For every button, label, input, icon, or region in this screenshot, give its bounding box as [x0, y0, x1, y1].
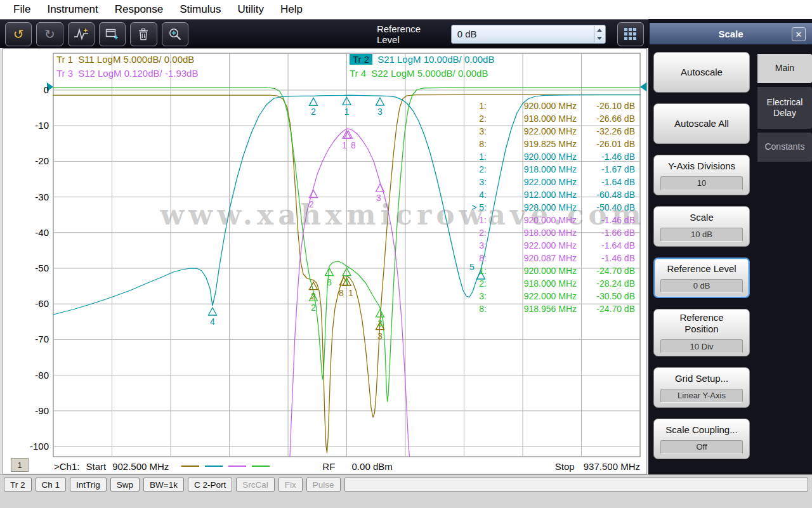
status-srccal: SrcCal: [236, 478, 275, 492]
y-axis-label: -40: [16, 227, 49, 238]
marker-readout: 1920.000 MHz-26.10 dB 2918.000 MHz-26.66…: [461, 100, 635, 315]
marker-label: 8: [327, 277, 332, 287]
marker-label: 1: [344, 107, 350, 117]
chart-footer: >Ch1: Start 902.500 MHz RF 0.00 dBm Stop…: [54, 460, 640, 472]
delete-button[interactable]: [130, 22, 157, 46]
add-channel-icon: [105, 28, 119, 41]
button-label: Y-Axis Divisions: [668, 160, 735, 172]
spinner-down-icon[interactable]: [594, 34, 605, 42]
legend-dash-tr1: [181, 466, 199, 467]
y-axis-label: -50: [16, 263, 49, 273]
rf-value[interactable]: 0.00 dBm: [352, 461, 393, 472]
reference-level-input[interactable]: 0 dB: [451, 25, 606, 44]
undo-icon: ↺: [13, 28, 24, 41]
button-value: 0 dB: [660, 279, 743, 293]
status-active-trace[interactable]: Tr 2: [4, 478, 32, 492]
trace-desc-tr1: S11 LogM 5.000dB/ 0.00dB: [78, 54, 194, 65]
y-axis-label: -90: [16, 405, 49, 416]
keypad-icon: [624, 28, 636, 40]
trace-color-legend: [181, 466, 275, 467]
status-sweep[interactable]: Swp: [110, 478, 140, 492]
marker-label: 8: [339, 288, 344, 298]
marker-label: 1: [348, 288, 353, 298]
status-trigger[interactable]: IntTrig: [70, 478, 107, 492]
rf-power-group: RF 0.00 dBm: [322, 461, 392, 472]
legend-dash-tr3: [228, 466, 246, 467]
reference-position-button[interactable]: Reference Position 10 Div: [653, 309, 750, 356]
trace-label-tr4[interactable]: Tr 4S22 LogM 5.000dB/ 0.00dB: [350, 68, 488, 79]
autoscale-button[interactable]: Autoscale: [653, 52, 750, 93]
waveform-add-icon: [74, 28, 89, 41]
add-channel-button[interactable]: [99, 22, 126, 46]
start-value[interactable]: 902.500 MHz: [112, 461, 169, 472]
button-label: Autoscale All: [674, 118, 729, 129]
redo-icon: ↻: [44, 28, 55, 41]
keypad-button[interactable]: [617, 22, 644, 46]
y-axis-label: -70: [16, 334, 49, 344]
menu-help[interactable]: Help: [272, 1, 311, 18]
trace-id-tr1: Tr 1: [56, 54, 73, 65]
button-value: 10: [660, 176, 743, 190]
button-label: Grid Setup...: [675, 373, 728, 384]
marker-label: 3: [377, 107, 383, 117]
tab-label: Constants: [764, 141, 804, 153]
trace-desc-tr3: S12 LogM 0.120dB/ -1.93dB: [78, 68, 198, 79]
spinner-up-icon[interactable]: [594, 26, 605, 34]
button-label: Scale Coupling...: [665, 424, 737, 436]
ref-position-arrow-right: [640, 82, 646, 91]
menu-instrument[interactable]: Instrument: [39, 1, 106, 18]
tab-main[interactable]: Main: [757, 54, 812, 83]
button-value: 10 dB: [660, 228, 743, 242]
scale-coupling-button[interactable]: Scale Coupling... Off: [653, 419, 750, 459]
channel-number-box[interactable]: 1: [11, 458, 29, 472]
menu-response[interactable]: Response: [107, 1, 172, 18]
trace-label-tr1[interactable]: Tr 1S11 LogM 5.000dB/ 0.00dB: [56, 54, 194, 65]
button-label: Reference Level: [667, 263, 736, 275]
menu-utility[interactable]: Utility: [229, 1, 272, 18]
scale-button[interactable]: Scale 10 dB: [653, 206, 750, 247]
menu-stimulus[interactable]: Stimulus: [171, 1, 229, 18]
close-icon: ✕: [796, 30, 802, 39]
button-value: 10 Div: [660, 339, 743, 353]
status-bandwidth[interactable]: BW=1k: [143, 478, 184, 492]
y-axis-label: -10: [16, 120, 49, 131]
status-message-area: [344, 478, 808, 492]
marker-label: 1: [342, 140, 347, 150]
reference-level-button[interactable]: Reference Level 0 dB: [653, 257, 750, 298]
trace-label-tr2[interactable]: Tr 2S21 LogM 10.00dB/ 0.00dB: [350, 54, 494, 65]
status-calibration[interactable]: C 2-Port: [188, 478, 232, 492]
measurement-panel: Tr 1S11 LogM 5.000dB/ 0.00dB Tr 2S21 Log…: [3, 48, 647, 474]
trace-desc-tr4: S22 LogM 5.000dB/ 0.00dB: [371, 68, 488, 79]
marker-label: 3: [377, 331, 383, 341]
close-button[interactable]: ✕: [792, 27, 806, 41]
y-axis-label: -60: [16, 298, 49, 309]
grid-setup-button[interactable]: Grid Setup... Linear Y-Axis: [653, 367, 750, 408]
status-active-channel[interactable]: Ch 1: [36, 478, 67, 492]
add-trace-button[interactable]: [68, 22, 95, 46]
status-bar: Tr 2 Ch 1 IntTrig Swp BW=1k C 2-Port Src…: [0, 474, 812, 508]
y-axis-label: -80: [16, 370, 49, 381]
stop-group: Stop 937.500 MHz: [555, 461, 640, 472]
reference-level-spinner: [594, 26, 605, 42]
trace-id-tr2: Tr 2: [350, 54, 372, 65]
redo-button[interactable]: ↻: [36, 22, 63, 46]
marker-label: 2: [311, 107, 316, 117]
zoom-in-icon: [168, 27, 182, 41]
y-axis-label: 0: [16, 84, 49, 95]
menu-file[interactable]: File: [5, 1, 39, 18]
reference-level-value[interactable]: 0 dB: [452, 29, 594, 39]
trace-label-tr3[interactable]: Tr 3S12 LogM 0.120dB/ -1.93dB: [56, 68, 198, 79]
button-label: Scale: [690, 212, 714, 223]
tab-constants[interactable]: Constants: [757, 133, 812, 162]
legend-dash-tr4: [252, 466, 270, 467]
tab-label: Electrical Delay: [763, 97, 807, 119]
stop-value[interactable]: 937.500 MHz: [584, 461, 640, 472]
zoom-button[interactable]: [162, 22, 188, 46]
undo-button[interactable]: ↺: [5, 22, 32, 46]
y-axis-divisions-button[interactable]: Y-Axis Divisions 10: [653, 155, 750, 195]
tab-electrical-delay[interactable]: Electrical Delay: [757, 87, 812, 129]
scale-panel-header: Scale ✕: [650, 23, 812, 44]
autoscale-all-button[interactable]: Autoscale All: [653, 103, 750, 144]
stop-label: Stop: [555, 461, 575, 472]
trash-icon: [136, 28, 150, 41]
